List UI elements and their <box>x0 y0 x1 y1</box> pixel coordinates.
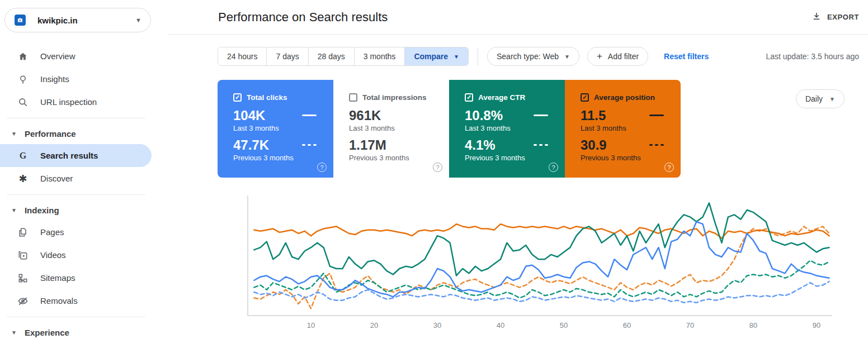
sidebar-item-discover[interactable]: ✱ Discover <box>0 167 168 190</box>
sidebar-item-label: Overview <box>40 51 76 61</box>
sidebar-item-url-inspection[interactable]: URL inspection <box>0 90 168 113</box>
chevron-down-icon: ▼ <box>829 96 835 102</box>
property-name: kwikpic.in <box>37 16 78 25</box>
metric-previous-value: 4.1% <box>465 138 496 152</box>
filter-bar: 24 hours 7 days 28 days 3 months Compare… <box>218 47 859 66</box>
help-icon[interactable]: ? <box>549 163 558 172</box>
chart-series <box>254 281 829 303</box>
total-clicks-checkbox[interactable]: ✓ <box>233 93 242 102</box>
sidebar-item-removals[interactable]: Removals <box>0 289 168 312</box>
add-filter-button[interactable]: + Add filter <box>587 47 648 66</box>
metric-previous-caption: Previous 3 months <box>349 154 439 162</box>
dashed-line-legend-icon <box>534 144 548 146</box>
metric-label: Total impressions <box>362 93 427 102</box>
metric-card-total-clicks[interactable]: ✓ Total clicks 104K Last 3 months 47.7K … <box>218 80 333 178</box>
eye-off-icon <box>17 295 29 307</box>
chart-canvas: 102030405060708090 <box>217 190 868 331</box>
add-filter-label: Add filter <box>608 52 639 61</box>
pages-icon <box>17 226 29 238</box>
metric-label: Average position <box>594 93 655 102</box>
sidebar-item-search-results[interactable]: G Search results <box>0 144 152 167</box>
x-axis-tick-label: 80 <box>749 321 757 330</box>
search-type-label: Search type: Web <box>497 52 559 61</box>
google-g-icon: G <box>17 150 29 162</box>
metric-previous-caption: Previous 3 months <box>233 154 323 162</box>
chevron-down-icon: ▼ <box>11 207 17 213</box>
metric-current-caption: Last 3 months <box>581 124 671 132</box>
asterisk-icon: ✱ <box>17 173 29 185</box>
page-header: Performance on Search results EXPORT <box>168 0 868 35</box>
property-favicon <box>13 13 27 27</box>
sidebar-item-label: Sitemaps <box>40 273 76 283</box>
date-range-tabs: 24 hours 7 days 28 days 3 months Compare… <box>218 47 469 66</box>
performance-chart[interactable]: 102030405060708090 <box>217 190 868 333</box>
chevron-down-icon: ▼ <box>11 131 17 137</box>
metric-label: Average CTR <box>478 93 525 102</box>
tab-24-hours[interactable]: 24 hours <box>218 47 267 65</box>
metric-card-total-impressions[interactable]: Total impressions 961K Last 3 months 1.1… <box>333 80 449 178</box>
tab-3-months[interactable]: 3 months <box>355 47 405 65</box>
main-content: Performance on Search results EXPORT 24 … <box>168 0 868 339</box>
average-position-checkbox[interactable]: ✓ <box>581 93 589 102</box>
plus-icon: + <box>597 51 602 62</box>
home-icon <box>17 50 29 63</box>
sidebar-section-label: Experience <box>25 328 69 337</box>
property-selector[interactable]: kwikpic.in ▼ <box>4 8 151 32</box>
sidebar-section-experience[interactable]: ▼ Experience <box>0 322 168 339</box>
sidebar: kwikpic.in ▼ Overview Insights URL in <box>0 0 168 339</box>
compare-label: Compare <box>414 52 448 61</box>
x-axis-tick-label: 50 <box>560 321 568 330</box>
sidebar-divider <box>7 194 145 195</box>
granularity-label: Daily <box>805 94 823 103</box>
sidebar-item-label: Discover <box>40 174 73 183</box>
sidebar-section-label: Indexing <box>25 206 59 215</box>
sidebar-item-videos[interactable]: Videos <box>0 243 168 266</box>
sidebar-nav: Overview Insights URL inspection ▼ Perfo… <box>0 45 168 339</box>
sidebar-item-label: Insights <box>40 74 69 84</box>
metrics-row: ✓ Total clicks 104K Last 3 months 47.7K … <box>218 80 868 178</box>
sidebar-item-sitemaps[interactable]: Sitemaps <box>0 266 168 289</box>
sidebar-item-insights[interactable]: Insights <box>0 68 168 90</box>
x-axis-tick-label: 90 <box>813 321 820 330</box>
metric-current-caption: Last 3 months <box>233 124 323 132</box>
tab-7-days[interactable]: 7 days <box>267 47 308 65</box>
search-icon <box>17 96 29 108</box>
sidebar-item-overview[interactable]: Overview <box>0 45 168 68</box>
granularity-select[interactable]: Daily ▼ <box>796 89 845 108</box>
reset-filters-link[interactable]: Reset filters <box>664 52 709 61</box>
chevron-down-icon: ▼ <box>11 330 17 336</box>
dashed-line-legend-icon <box>302 144 317 146</box>
help-icon[interactable]: ? <box>664 163 674 172</box>
chevron-down-icon: ▼ <box>135 17 141 23</box>
lightbulb-icon <box>17 73 29 85</box>
metric-card-average-position[interactable]: ✓ Average position 11.5 Last 3 months 30… <box>565 80 681 178</box>
videos-icon <box>17 249 29 261</box>
x-axis-tick-label: 10 <box>307 321 315 330</box>
metric-current-value: 961K <box>349 108 381 122</box>
help-icon[interactable]: ? <box>317 163 327 172</box>
x-axis-tick-label: 30 <box>433 321 441 330</box>
metric-card-average-ctr[interactable]: ✓ Average CTR 10.8% Last 3 months 4.1% P… <box>449 80 565 178</box>
metric-previous-value: 30.9 <box>581 138 607 152</box>
sidebar-divider <box>7 118 145 118</box>
tab-compare[interactable]: Compare ▼ <box>405 47 468 65</box>
total-impressions-checkbox[interactable] <box>349 93 357 102</box>
sidebar-section-performance[interactable]: ▼ Performance <box>0 123 168 144</box>
metric-previous-caption: Previous 3 months <box>581 154 671 162</box>
metric-current-value: 11.5 <box>581 108 606 122</box>
solid-line-legend-icon <box>649 114 664 116</box>
search-type-filter[interactable]: Search type: Web ▼ <box>487 47 579 66</box>
sidebar-item-label: Videos <box>40 250 66 260</box>
export-button[interactable]: EXPORT <box>812 11 859 23</box>
tab-28-days[interactable]: 28 days <box>309 47 355 65</box>
chart-series <box>254 203 829 275</box>
sidebar-item-pages[interactable]: Pages <box>0 221 168 243</box>
sidebar-section-indexing[interactable]: ▼ Indexing <box>0 199 168 221</box>
filter-divider <box>478 47 478 65</box>
help-icon[interactable]: ? <box>433 163 442 172</box>
metric-previous-value: 47.7K <box>233 138 269 152</box>
average-ctr-checkbox[interactable]: ✓ <box>465 93 473 102</box>
sitemaps-icon <box>17 272 29 284</box>
chevron-down-icon: ▼ <box>564 54 570 60</box>
dashed-line-legend-icon <box>649 144 664 146</box>
